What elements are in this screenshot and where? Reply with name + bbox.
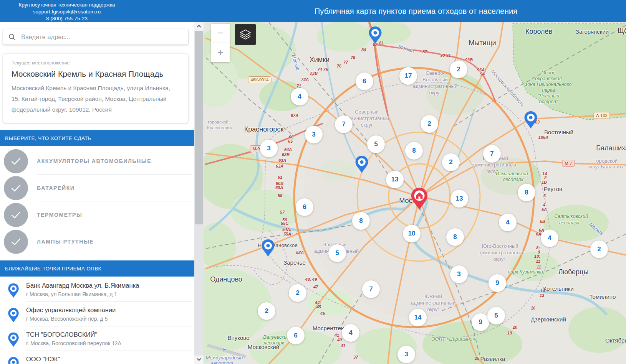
cluster-marker[interactable]: 4 (499, 214, 517, 231)
map-label: Международный (206, 355, 243, 361)
checkmark-circle-icon[interactable] (4, 176, 28, 200)
support-line: Круглосуточная техническая поддержка (0, 2, 134, 8)
cluster-marker[interactable]: 8 (446, 228, 464, 246)
check-icon (11, 238, 21, 245)
map-label: зона Национального (525, 82, 571, 87)
map-label: административный (411, 300, 455, 306)
nearby-point-item[interactable]: ТСН "БОГОСЛОВСКИЙ" г. Москва, Богословск… (0, 326, 194, 351)
cluster-marker[interactable]: 9 (472, 313, 489, 331)
cluster-count: 10 (408, 230, 416, 237)
cluster-marker[interactable]: 8 (405, 142, 423, 160)
cluster-marker[interactable]: 4 (342, 324, 359, 342)
nearby-point-item[interactable]: Офис управляющей компании г Москва, Всев… (0, 302, 194, 326)
layers-icon (240, 30, 251, 40)
road-number-label: 14 (540, 288, 545, 293)
waste-type-item[interactable]: БАТАРЕЙКИ (4, 175, 194, 201)
waste-type-item[interactable]: АККУМУЛЯТОРЫ АВТОМОБИЛЬНЫЕ (4, 148, 194, 175)
waste-type-item[interactable]: ТЕРМОМЕТРЫ (4, 201, 194, 228)
current-location-pin[interactable] (411, 187, 428, 211)
cluster-marker[interactable]: 13 (386, 171, 404, 188)
road-number-label: 45 (316, 305, 321, 309)
point-pin[interactable] (368, 26, 382, 44)
cluster-marker[interactable]: 4 (291, 88, 308, 105)
map-label: Щёлково (618, 27, 626, 35)
map-label: ООПТ «Царицыно» (431, 336, 475, 342)
address-search-bar[interactable] (3, 29, 188, 44)
cluster-count: 13 (456, 195, 463, 203)
cluster-marker[interactable]: 5 (328, 244, 346, 262)
cluster-count: 17 (405, 72, 412, 80)
map-label: Восточный (422, 77, 448, 82)
cluster-marker[interactable]: 14 (409, 309, 427, 326)
nearby-point-item[interactable]: ООО "НЭК" (0, 351, 194, 364)
cluster-count: 8 (525, 189, 528, 196)
waste-type-item[interactable]: ЛАМПЫ РТУТНЫЕ (4, 228, 194, 255)
cluster-marker[interactable]: 17 (399, 67, 417, 85)
cluster-marker[interactable]: 5 (487, 307, 505, 324)
road-number-label: 19 (507, 331, 512, 335)
map-label: Северный (355, 109, 379, 115)
cluster-marker[interactable]: 7 (362, 280, 380, 298)
zoom-out-button[interactable]: − (211, 24, 230, 43)
cluster-marker[interactable]: 3 (397, 346, 415, 363)
cluster-marker[interactable]: 2 (590, 240, 608, 258)
pin-icon (524, 111, 538, 129)
scroll-down-button[interactable] (194, 356, 204, 364)
cluster-marker[interactable]: 7 (483, 145, 501, 163)
point-pin[interactable] (355, 155, 369, 174)
location-title: Московский Кремль и Красная Площадь (12, 69, 180, 79)
cluster-marker[interactable]: 2 (442, 153, 460, 171)
checkmark-circle-icon[interactable] (4, 230, 28, 254)
checkmark-circle-icon[interactable] (4, 149, 28, 173)
cluster-marker[interactable]: 4 (541, 229, 558, 247)
cluster-marker[interactable]: 3 (450, 265, 468, 283)
road-number-label: 77 (343, 60, 348, 64)
sidebar-scrollbar[interactable] (194, 22, 204, 364)
cluster-marker[interactable]: 3 (305, 126, 323, 143)
cluster-marker[interactable]: 10 (403, 225, 421, 242)
map-label: городской (208, 120, 228, 124)
road-number-label: 65 (288, 139, 293, 143)
checkmark-circle-icon[interactable] (4, 203, 28, 227)
road-number-label: 37 (353, 355, 358, 359)
support-email-link[interactable]: support.fgisopvk@rosatom.ru (0, 8, 134, 15)
cluster-marker[interactable]: 6 (356, 72, 373, 90)
point-pin-icon (8, 283, 19, 298)
cluster-marker[interactable]: 8 (352, 212, 370, 230)
cluster-marker[interactable]: 2 (258, 302, 275, 320)
map-label: Мытищи (469, 39, 496, 47)
search-input[interactable] (21, 33, 183, 41)
road-number-label: 5В (540, 219, 545, 224)
cluster-count: 4 (349, 329, 352, 337)
cluster-marker[interactable]: 9 (489, 274, 506, 292)
road-number-label: 58 (278, 193, 282, 198)
pin-icon (355, 155, 369, 174)
map-label: округ (493, 256, 505, 262)
scrollbar-thumb[interactable] (195, 31, 203, 224)
cluster-count: 13 (391, 176, 399, 183)
zoom-in-button[interactable]: + (211, 43, 230, 62)
point-pin[interactable] (524, 111, 538, 129)
cluster-marker[interactable]: 2 (289, 284, 306, 302)
road-number-label: 11 (537, 265, 541, 269)
scroll-up-button[interactable] (194, 22, 204, 31)
cluster-marker[interactable]: 5 (367, 135, 385, 153)
map-label: городской (595, 158, 618, 164)
road-number-label: 80 (361, 48, 366, 52)
cluster-marker[interactable]: 13 (450, 190, 468, 208)
cluster-marker[interactable]: 2 (421, 115, 438, 133)
cluster-count: 8 (453, 233, 457, 241)
nearby-point-item[interactable]: Банк Авангард Москва ул. Б.Якиманка г Мо… (0, 277, 194, 302)
cluster-marker[interactable]: 6 (296, 198, 313, 216)
road-number-label: 41 (335, 333, 339, 338)
point-pin[interactable] (261, 239, 275, 257)
cluster-marker[interactable]: 6 (287, 327, 305, 344)
layers-button[interactable] (235, 24, 256, 45)
cluster-marker[interactable]: 2 (450, 61, 467, 78)
map-label: лесопарк (559, 220, 580, 226)
cluster-marker[interactable]: 3 (260, 140, 278, 157)
road-number-label: 73А (301, 77, 309, 82)
cluster-marker[interactable]: 7 (335, 115, 353, 133)
cluster-marker[interactable]: 8 (518, 184, 535, 201)
support-phone-link[interactable]: 8 (800) 755-75-23 (0, 15, 134, 22)
